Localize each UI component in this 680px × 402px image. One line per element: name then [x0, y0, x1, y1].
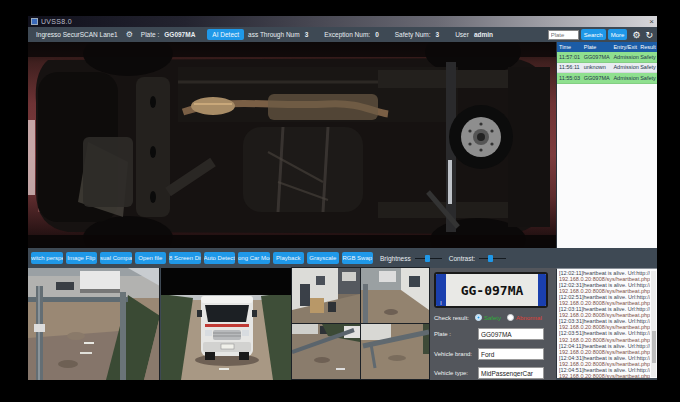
col-plate: Plate — [584, 44, 614, 50]
pass-through-label: ass Through Num — [248, 31, 300, 38]
control-button[interactable]: Open file — [135, 252, 167, 264]
control-button[interactable]: Image Flip — [66, 252, 98, 264]
camera-2-image — [161, 268, 292, 380]
log-scrollbar[interactable] — [651, 271, 656, 377]
camera-view-gate[interactable] — [28, 268, 160, 380]
window-title: UVSS8.0 — [41, 18, 72, 25]
contrast-slider[interactable] — [479, 254, 506, 262]
log-line: [12:04:51]heartbeat is alive. Url:http:/… — [559, 367, 650, 373]
settings-gear-icon[interactable]: ⚙ — [632, 30, 640, 40]
camera-4-image — [361, 268, 429, 323]
table-row[interactable]: 11:55:03 GG097MA Admission Safety — [557, 73, 657, 84]
log-line: [12:03:51]heartbeat is alive. Url:http:/… — [559, 330, 650, 336]
brightness-label: Brightness — [380, 255, 411, 262]
app-icon — [31, 18, 38, 25]
bottom-section: I GG-097MA Check result: Safety Abnormal… — [28, 268, 657, 380]
contrast-slider-thumb[interactable] — [488, 255, 493, 262]
plate-right-band — [538, 274, 546, 306]
safety-radio[interactable] — [475, 314, 482, 321]
control-buttons: witch perspecti Image Flip sual Compare … — [28, 252, 373, 264]
plate-field-row: Plate : — [434, 328, 544, 340]
inspection-form: I GG-097MA Check result: Safety Abnormal… — [430, 268, 556, 380]
col-entry-exit: Entry/Exit — [613, 44, 640, 50]
abnormal-option-label: Abnormal — [516, 315, 542, 321]
vehicle-brand-input[interactable] — [478, 348, 544, 360]
user-value: admin — [474, 31, 493, 38]
log-line: 192.168.0.20:8008/sys/heartbeat.php — [559, 361, 650, 367]
exception-label: Exception Num: — [324, 31, 370, 38]
vehicle-type-input[interactable] — [478, 367, 544, 379]
close-icon[interactable]: × — [649, 18, 654, 26]
plate-image: I GG-097MA — [434, 272, 548, 308]
log-line: 192.168.0.20:8008/sys/heartbeat.php — [559, 349, 650, 355]
camera-view-6[interactable] — [361, 324, 429, 379]
top-toolbar: Ingresso SecurSCAN Lane1 ⚙ Plate : GG097… — [28, 27, 657, 42]
camera-view-4[interactable] — [361, 268, 429, 323]
control-button[interactable]: ong Car Mode — [238, 252, 270, 264]
plate-search-input[interactable] — [548, 30, 579, 40]
cell-entry-exit: Admission — [613, 64, 640, 70]
col-result: Result — [640, 44, 657, 50]
vehicle-brand-label: Vehicle brand: — [434, 351, 478, 357]
camera-3-image — [292, 268, 360, 323]
check-result-row: Check result: Safety Abnormal — [434, 314, 542, 321]
cell-plate: unknown — [584, 64, 614, 70]
undercarriage-scan-image — [28, 42, 556, 248]
control-button[interactable]: sual Compare — [100, 252, 132, 264]
safety-num-label: Safety Num: — [395, 31, 431, 38]
log-lines: [12:02:11]heartbeat is alive. Url:http:/… — [559, 270, 650, 378]
brightness-slider-thumb[interactable] — [425, 255, 430, 262]
brightness-slider[interactable] — [415, 254, 442, 262]
cell-entry-exit: Admission — [613, 54, 640, 60]
ai-detect-button[interactable]: AI Detect — [207, 29, 244, 40]
control-button[interactable]: Auto Detect — [204, 252, 236, 264]
undercarriage-scan-view[interactable] — [28, 42, 556, 248]
plate-field-input[interactable] — [478, 328, 544, 340]
cell-plate: GG097MA — [584, 54, 614, 60]
control-toolbar: witch perspecti Image Flip sual Compare … — [28, 248, 657, 268]
log-line: [12:04:11]heartbeat is alive. Url:http:/… — [559, 343, 650, 349]
records-panel: Time Plate Entry/Exit Result 11:57:01 GG… — [556, 42, 657, 248]
control-button[interactable]: Grayscale — [307, 252, 339, 264]
plate-field-label: Plate : — [434, 331, 478, 337]
records-table-header: Time Plate Entry/Exit Result — [557, 42, 657, 52]
title-bar: UVSS8.0 × — [28, 16, 657, 27]
camera-view-van[interactable] — [161, 268, 292, 380]
user-label: User — [455, 31, 469, 38]
camera-view-5[interactable] — [292, 324, 360, 379]
pass-through-value: 3 — [305, 31, 309, 38]
vehicle-type-label: Vehicle type: — [434, 370, 478, 376]
log-line: 192.168.0.20:8008/sys/heartbeat.php — [559, 337, 650, 343]
table-row[interactable]: 11:57:01 GG097MA Admission Safety — [557, 52, 657, 63]
heartbeat-log[interactable]: [12:02:11]heartbeat is alive. Url:http:/… — [556, 268, 657, 378]
brand-field-row: Vehicle brand: — [434, 348, 544, 360]
refresh-icon[interactable]: ↻ — [645, 30, 653, 40]
cell-time: 11:57:01 — [557, 54, 584, 60]
cell-result: Safety — [640, 64, 657, 70]
plate-label: Plate : — [141, 31, 159, 38]
plate-eu-band: I — [436, 274, 446, 306]
check-result-label: Check result: — [434, 315, 469, 321]
camera-grid — [292, 268, 430, 380]
cell-time: 11:56:11 — [557, 64, 584, 70]
cell-plate: GG097MA — [584, 75, 614, 81]
cell-entry-exit: Admission — [613, 75, 640, 81]
camera-view-3[interactable] — [292, 268, 360, 323]
search-button[interactable]: Search — [581, 29, 606, 40]
safety-num-value: 3 — [436, 31, 440, 38]
cell-result: Safety — [640, 75, 657, 81]
control-button[interactable]: Playback — [273, 252, 305, 264]
more-button[interactable]: More — [608, 29, 628, 40]
control-button[interactable]: 8 Screen Displ — [169, 252, 201, 264]
lane-settings-icon[interactable]: ⚙ — [126, 30, 133, 39]
log-scrollbar-thumb[interactable] — [652, 331, 656, 363]
control-button[interactable]: witch perspecti — [31, 252, 63, 264]
lane-label: Ingresso SecurSCAN Lane1 — [36, 31, 118, 38]
abnormal-radio[interactable] — [507, 314, 514, 321]
control-button[interactable]: RGB Swap — [342, 252, 374, 264]
col-time: Time — [557, 44, 584, 50]
table-row[interactable]: 11:56:11 unknown Admission Safety — [557, 63, 657, 74]
camera-6-image — [361, 324, 429, 379]
camera-5-image — [292, 324, 360, 379]
camera-1-image — [28, 268, 160, 380]
